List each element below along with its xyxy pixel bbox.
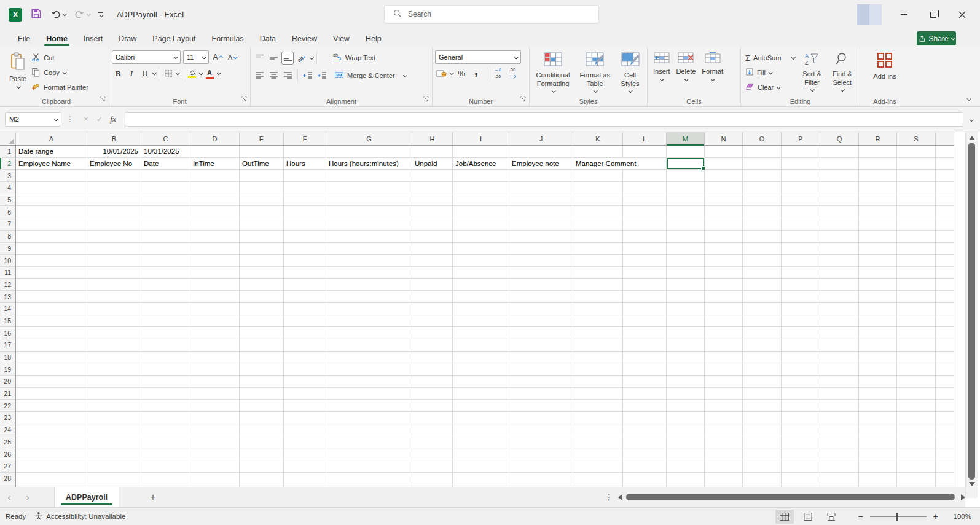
- format-as-table-dropdown-icon[interactable]: [593, 89, 597, 93]
- cell-E1[interactable]: [240, 146, 284, 158]
- cell-Q22[interactable]: [820, 400, 859, 412]
- cell-M25[interactable]: [667, 436, 705, 449]
- cell-B22[interactable]: [87, 400, 141, 412]
- share-button[interactable]: Share: [917, 31, 956, 45]
- tab-file[interactable]: File: [10, 31, 38, 47]
- cell-R3[interactable]: [859, 170, 897, 182]
- cell-O25[interactable]: [743, 436, 782, 449]
- cell-K18[interactable]: [573, 352, 623, 364]
- cell-L20[interactable]: [623, 376, 667, 388]
- column-header-R[interactable]: R: [859, 132, 897, 145]
- cell-H24[interactable]: [412, 424, 453, 436]
- cell-G16[interactable]: [326, 327, 412, 339]
- cell-A25[interactable]: [16, 436, 87, 449]
- cell-E3[interactable]: [240, 170, 284, 182]
- cell-partial-16[interactable]: [936, 327, 954, 339]
- cell-D8[interactable]: [190, 231, 240, 243]
- copy-dropdown-icon[interactable]: [62, 70, 66, 74]
- cell-A21[interactable]: [16, 388, 87, 400]
- cell-I4[interactable]: [453, 182, 509, 194]
- cell-P25[interactable]: [782, 436, 820, 449]
- cell-P1[interactable]: [782, 146, 820, 158]
- cell-B8[interactable]: [87, 231, 141, 243]
- accessibility-status[interactable]: Accessibility: Unavailable: [34, 511, 125, 521]
- cell-I23[interactable]: [453, 412, 509, 424]
- cell-A22[interactable]: [16, 400, 87, 412]
- cell-H19[interactable]: [412, 363, 453, 376]
- cell-P23[interactable]: [782, 412, 820, 424]
- collapse-ribbon-button[interactable]: [967, 94, 970, 103]
- row-header-14[interactable]: 14: [0, 303, 16, 315]
- cell-P5[interactable]: [782, 194, 820, 207]
- cell-F18[interactable]: [284, 352, 326, 364]
- cell-styles-dropdown-icon[interactable]: [629, 89, 633, 93]
- tabbar-separator[interactable]: ⋮: [605, 492, 613, 502]
- cell-H11[interactable]: [412, 267, 453, 279]
- decrease-indent-button[interactable]: [302, 69, 314, 82]
- cell-L13[interactable]: [623, 291, 667, 303]
- column-header-D[interactable]: D: [190, 132, 240, 145]
- cell-G4[interactable]: [326, 182, 412, 194]
- cell-N2[interactable]: [705, 158, 743, 170]
- column-header-C[interactable]: C: [141, 132, 190, 145]
- close-button[interactable]: [947, 0, 976, 29]
- cell-M6[interactable]: [667, 206, 705, 218]
- cell-partial-7[interactable]: [936, 218, 954, 231]
- borders-dropdown-icon[interactable]: [176, 71, 180, 75]
- cell-R18[interactable]: [859, 352, 897, 364]
- cell-I19[interactable]: [453, 363, 509, 376]
- cell-O28[interactable]: [743, 473, 782, 485]
- cell-J9[interactable]: [509, 243, 573, 255]
- cell-C6[interactable]: [141, 206, 190, 218]
- cell-H9[interactable]: [412, 243, 453, 255]
- cell-partial-19[interactable]: [936, 363, 954, 376]
- cell-H21[interactable]: [412, 388, 453, 400]
- cell-S23[interactable]: [897, 412, 936, 424]
- cell-G6[interactable]: [326, 206, 412, 218]
- cell-M2[interactable]: [667, 158, 705, 170]
- cell-N27[interactable]: [705, 460, 743, 473]
- cell-A5[interactable]: [16, 194, 87, 207]
- cell-J16[interactable]: [509, 327, 573, 339]
- format-dropdown-icon[interactable]: [711, 77, 715, 81]
- cell-D26[interactable]: [190, 448, 240, 460]
- zoom-slider-thumb[interactable]: [896, 513, 898, 521]
- cell-C11[interactable]: [141, 267, 190, 279]
- cell-A15[interactable]: [16, 315, 87, 328]
- cell-partial-17[interactable]: [936, 339, 954, 352]
- cell-Q5[interactable]: [820, 194, 859, 207]
- fill-dropdown-icon[interactable]: [769, 70, 773, 74]
- paste-dropdown-icon[interactable]: [16, 84, 20, 89]
- cell-B1[interactable]: 10/01/2025: [87, 146, 141, 158]
- cell-R12[interactable]: [859, 279, 897, 291]
- cell-B27[interactable]: [87, 460, 141, 473]
- name-box[interactable]: M2: [5, 112, 61, 127]
- cell-I10[interactable]: [453, 255, 509, 267]
- cell-H4[interactable]: [412, 182, 453, 194]
- cell-G3[interactable]: [326, 170, 412, 182]
- cell-I12[interactable]: [453, 279, 509, 291]
- row-header-24[interactable]: 24: [0, 424, 16, 436]
- cell-partial-22[interactable]: [936, 400, 954, 412]
- cell-I24[interactable]: [453, 424, 509, 436]
- cell-F11[interactable]: [284, 267, 326, 279]
- row-header-28[interactable]: 28: [0, 473, 16, 485]
- cell-L21[interactable]: [623, 388, 667, 400]
- cell-S1[interactable]: [897, 146, 936, 158]
- cell-L15[interactable]: [623, 315, 667, 328]
- cell-N11[interactable]: [705, 267, 743, 279]
- cell-I3[interactable]: [453, 170, 509, 182]
- cell-H2[interactable]: Unpaid: [412, 158, 453, 170]
- cell-L4[interactable]: [623, 182, 667, 194]
- cell-L7[interactable]: [623, 218, 667, 231]
- cell-Q9[interactable]: [820, 243, 859, 255]
- cell-N18[interactable]: [705, 352, 743, 364]
- cell-L9[interactable]: [623, 243, 667, 255]
- cell-E15[interactable]: [240, 315, 284, 328]
- cell-P26[interactable]: [782, 448, 820, 460]
- cell-J20[interactable]: [509, 376, 573, 388]
- cell-D18[interactable]: [190, 352, 240, 364]
- column-header-H[interactable]: H: [412, 132, 453, 145]
- cell-S19[interactable]: [897, 363, 936, 376]
- insert-dropdown-icon[interactable]: [660, 77, 664, 81]
